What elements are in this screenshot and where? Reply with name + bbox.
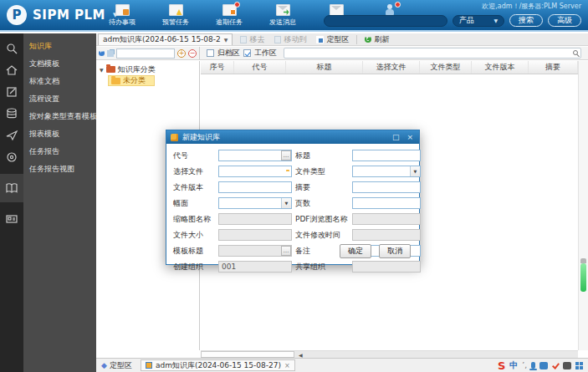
file-version-input[interactable] [218,181,292,193]
send-icon[interactable] [0,125,23,145]
global-search-input[interactable] [324,15,447,27]
sidebar-item-task-report[interactable]: 任务报告 [23,143,96,161]
toolbox-grid-icon[interactable] [575,362,583,369]
app-logo[interactable]: P SIPM PLM ▼ [7,5,117,25]
field-label: 幅面 [173,198,215,209]
sidebar-item-knowledge-base[interactable]: 知识库 [23,38,96,55]
send-message-button[interactable]: 发送消息 [263,4,303,27]
summary-input[interactable] [352,181,421,193]
browse-button[interactable]: … [281,246,291,256]
tree-layers-icon[interactable] [107,50,114,57]
field-label: 文件版本 [173,182,215,193]
maximize-icon[interactable]: □ [391,133,401,141]
database-icon[interactable] [0,104,23,124]
column-header-file-type[interactable]: 文件类型 [420,61,472,74]
support-headset-icon[interactable] [0,147,23,167]
column-header-file-version[interactable]: 文件版本 [472,61,529,74]
close-icon[interactable]: × [284,362,290,369]
folder-icon [106,66,115,73]
sogou-logo-icon[interactable]: S [498,360,505,371]
field-label: 模板标题 [173,246,215,257]
chevron-down-icon[interactable]: ▼ [281,198,291,208]
field-label: 缩略图名称 [173,214,215,225]
sidebar-item-process-settings[interactable]: 流程设置 [23,90,96,108]
punctuation-mode-icon[interactable]: ’, [522,361,527,369]
browse-button[interactable]: … [281,150,291,161]
column-header-title[interactable]: 标题 [286,61,363,74]
search-module-icon[interactable] [0,38,23,59]
remove-button[interactable]: 移去 [238,34,267,45]
chinese-mode-indicator[interactable]: 中 [509,359,518,371]
chevron-down-icon[interactable]: ▼ [410,166,420,176]
skin-check-icon[interactable] [552,362,559,369]
search-category-dropdown[interactable]: 产品 ▼ [453,15,504,27]
tree-refresh-icon[interactable] [99,50,105,56]
sidebar-item-task-report-view[interactable]: 任务报告视图 [23,161,96,178]
vertical-scrollbar[interactable] [578,61,588,350]
knowledge-book-icon[interactable] [0,174,23,202]
work-zone-checkbox[interactable] [243,49,251,57]
keyboard-icon[interactable] [563,362,571,369]
cancel-button[interactable]: 取消 [379,244,411,258]
sidebar-item-standard-document[interactable]: 标准文档 [23,73,96,90]
voice-input-icon[interactable] [531,362,535,369]
refresh-icon [365,36,371,43]
input-panel-icon[interactable] [539,362,548,369]
move-to-button[interactable]: 移动到 [272,34,309,45]
collapse-all-button[interactable]: − [188,49,197,58]
list-search-input[interactable] [284,48,580,58]
sidebar-item-document-template[interactable]: 文档模板 [23,55,96,73]
tree-expander-icon[interactable]: ▼ [100,67,104,73]
tree-node-uncategorized[interactable]: 未分类 [108,75,155,86]
refresh-button[interactable]: 刷新 [362,34,391,45]
horizontal-scrollbar-thumb[interactable] [201,351,294,358]
sidebar-item-report-template[interactable]: 报表模板 [23,125,96,143]
title-input[interactable] [352,150,421,161]
status-bar: ◆ 定型区 adm知识库(2024-06-15 15-08-27) × S 中 … [96,358,588,372]
chevron-down-icon: ▼ [224,37,228,43]
column-header-summary[interactable]: 摘要 [529,61,578,74]
archive-zone-label: 归档区 [217,48,240,59]
tree-root-label: 知识库分类 [118,64,156,75]
dialog-footer: 确定 取消 [340,244,411,258]
finalize-zone-status-item[interactable]: ◆ 定型区 [101,360,132,371]
tree-filter-input[interactable] [116,48,175,59]
edit-icon[interactable] [0,82,23,102]
horizontal-scrollbar[interactable]: ◀ [201,350,578,358]
close-icon[interactable]: × [405,133,415,141]
dialog-icon [171,134,178,141]
work-zone-label: 工作区 [254,48,277,59]
page-count-input[interactable] [352,197,421,209]
finalize-zone-button[interactable]: 定型区 [314,34,351,45]
todo-items-button[interactable]: 待办事项 [102,4,142,27]
chevron-down-icon: ▼ [493,18,498,23]
dialog-title-bar[interactable]: 新建知识库 □ × [166,130,419,144]
top-bar: P SIPM PLM ▼ 待办事项 预警任务 逾期任务 发送消息 [0,0,588,32]
archive-zone-checkbox[interactable] [207,49,214,57]
open-document-tab[interactable]: adm知识库(2024-06-15 15-08-27) × [141,359,295,371]
vertical-scrollbar-thumb[interactable] [580,263,586,292]
folder-browse-button[interactable] [281,166,291,176]
scroll-left-arrow-icon[interactable]: ◀ [299,352,303,358]
advanced-search-button[interactable]: 高级 [548,14,581,27]
sidebar-item-view-template-by-object-type[interactable]: 按对象类型查看模板 [23,108,96,125]
tree-node-root[interactable]: ▼ 知识库分类 [96,64,199,75]
finalize-zone-icon [316,36,324,43]
column-header-select-file[interactable]: 选择文件 [363,61,420,74]
workspace-tab[interactable]: adm知识库(2024-06-15 15-08-2 ▼ [98,33,233,45]
column-header-seq[interactable]: 序号 [201,61,234,74]
move-to-icon [274,36,281,43]
field-label: 文件修改时间 [295,230,349,241]
warning-tasks-button[interactable]: 预警任务 [156,4,196,27]
dialog-title: 新建知识库 [182,132,386,143]
search-button[interactable]: 搜索 [509,14,543,27]
home-icon[interactable] [0,60,23,80]
global-search-bar: 产品 ▼ 搜索 高级 [324,14,581,27]
ok-button[interactable]: 确定 [340,244,371,258]
card-display-icon[interactable] [0,209,23,229]
column-header-code[interactable]: 代号 [234,61,286,74]
overdue-tasks-button[interactable]: 逾期任务 [209,4,249,27]
field-label: 页数 [295,198,349,209]
diamond-icon: ◆ [101,361,107,369]
expand-all-button[interactable]: + [177,49,186,58]
